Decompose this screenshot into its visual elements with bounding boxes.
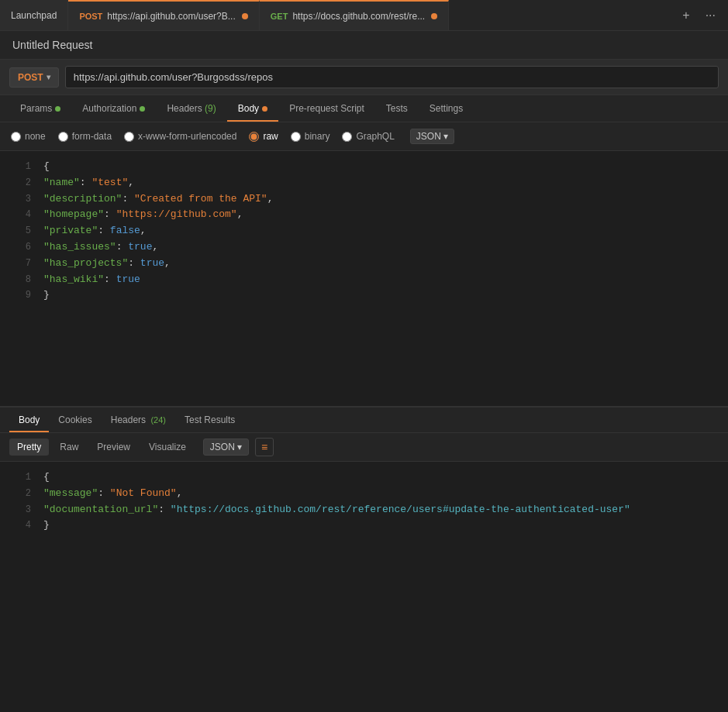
- get-tab-url: https://docs.github.com/rest/re...: [292, 11, 425, 22]
- tab-actions: + ···: [678, 5, 728, 26]
- format-tab-pretty[interactable]: Pretty: [9, 439, 49, 456]
- req-line-4: 4 "homepage": "https://github.com",: [0, 207, 728, 223]
- tab-get[interactable]: GET https://docs.github.com/rest/re...: [260, 0, 449, 30]
- method-select[interactable]: POST ▾: [9, 67, 59, 88]
- method-dropdown-arrow: ▾: [47, 73, 50, 81]
- get-tab-dot: [431, 13, 437, 19]
- new-tab-button[interactable]: +: [678, 5, 694, 26]
- post-tab-dot: [242, 13, 248, 19]
- body-dot: [262, 106, 267, 112]
- get-method-badge: GET: [271, 12, 288, 21]
- response-section: Body Cookies Headers (24) Test Results P…: [0, 407, 728, 555]
- req-line-3: 3 "description": "Created from the API",: [0, 191, 728, 208]
- tab-body[interactable]: Body: [227, 95, 278, 122]
- option-none[interactable]: none: [11, 131, 46, 142]
- request-body-editor[interactable]: 1 { 2 "name": "test", 3 "description": "…: [0, 151, 728, 407]
- req-line-6: 6 "has_issues": true,: [0, 239, 728, 256]
- req-line-5: 5 "private": false,: [0, 223, 728, 239]
- option-form-data[interactable]: form-data: [58, 131, 112, 142]
- json-format-arrow: ▾: [443, 131, 448, 142]
- res-tab-headers[interactable]: Headers (24): [102, 408, 175, 432]
- tab-params[interactable]: Params: [9, 95, 71, 122]
- tab-authorization[interactable]: Authorization: [71, 95, 156, 122]
- tab-post[interactable]: POST https://api.github.com/user?B...: [68, 0, 259, 30]
- request-tabs: Params Authorization Headers (9) Body Pr…: [0, 95, 728, 122]
- method-label: POST: [18, 72, 43, 83]
- url-bar: POST ▾: [0, 60, 728, 95]
- res-format-select[interactable]: JSON ▾: [203, 439, 249, 456]
- launchpad-label: Launchpad: [11, 10, 57, 21]
- res-line-2: 2 "message": "Not Found",: [0, 486, 728, 502]
- option-binary[interactable]: binary: [291, 131, 330, 142]
- req-line-1: 1 {: [0, 159, 728, 175]
- option-raw[interactable]: raw: [249, 131, 278, 142]
- post-method-badge: POST: [79, 12, 102, 21]
- res-tab-body[interactable]: Body: [9, 408, 49, 432]
- request-title: Untitled Request: [12, 39, 716, 51]
- wrap-lines-icon: ≡: [261, 441, 267, 453]
- res-tab-cookies[interactable]: Cookies: [49, 408, 101, 432]
- req-line-8: 8 "has_wiki": true: [0, 272, 728, 288]
- post-tab-url: https://api.github.com/user?B...: [107, 11, 235, 22]
- response-body-editor[interactable]: 1 { 2 "message": "Not Found", 3 "documen…: [0, 462, 728, 555]
- auth-dot: [140, 106, 145, 112]
- tab-launchpad[interactable]: Launchpad: [0, 0, 68, 30]
- format-tab-raw[interactable]: Raw: [52, 439, 86, 456]
- params-dot: [55, 106, 60, 112]
- res-tab-test-results[interactable]: Test Results: [175, 408, 244, 432]
- option-urlencoded[interactable]: x-www-form-urlencoded: [124, 131, 236, 142]
- tab-headers[interactable]: Headers (9): [156, 95, 226, 122]
- res-line-3: 3 "documentation_url": "https://docs.git…: [0, 502, 728, 518]
- req-line-9: 9 }: [0, 287, 728, 304]
- res-line-1: 1 {: [0, 470, 728, 486]
- res-line-4: 4 }: [0, 518, 728, 534]
- json-format-select[interactable]: JSON ▾: [410, 129, 454, 144]
- tab-bar: Launchpad POST https://api.github.com/us…: [0, 0, 728, 31]
- wrap-lines-button[interactable]: ≡: [255, 438, 274, 456]
- req-line-2: 2 "name": "test",: [0, 175, 728, 191]
- format-tabs: Pretty Raw Preview Visualize JSON ▾ ≡: [0, 433, 728, 462]
- tab-pre-request[interactable]: Pre-request Script: [278, 95, 375, 122]
- request-title-bar: Untitled Request: [0, 31, 728, 60]
- url-input[interactable]: [65, 66, 719, 88]
- tab-menu-button[interactable]: ···: [701, 5, 720, 26]
- tab-tests[interactable]: Tests: [375, 95, 419, 122]
- option-graphql[interactable]: GraphQL: [342, 131, 394, 142]
- json-format-label: JSON: [416, 131, 441, 142]
- req-line-7: 7 "has_projects": true,: [0, 256, 728, 272]
- format-tab-preview[interactable]: Preview: [89, 439, 138, 456]
- res-format-arrow: ▾: [237, 442, 242, 452]
- tab-settings[interactable]: Settings: [419, 95, 474, 122]
- res-format-label: JSON: [210, 442, 235, 452]
- response-tabs: Body Cookies Headers (24) Test Results: [0, 407, 728, 433]
- format-tab-visualize[interactable]: Visualize: [141, 439, 194, 456]
- body-options: none form-data x-www-form-urlencoded raw…: [0, 122, 728, 151]
